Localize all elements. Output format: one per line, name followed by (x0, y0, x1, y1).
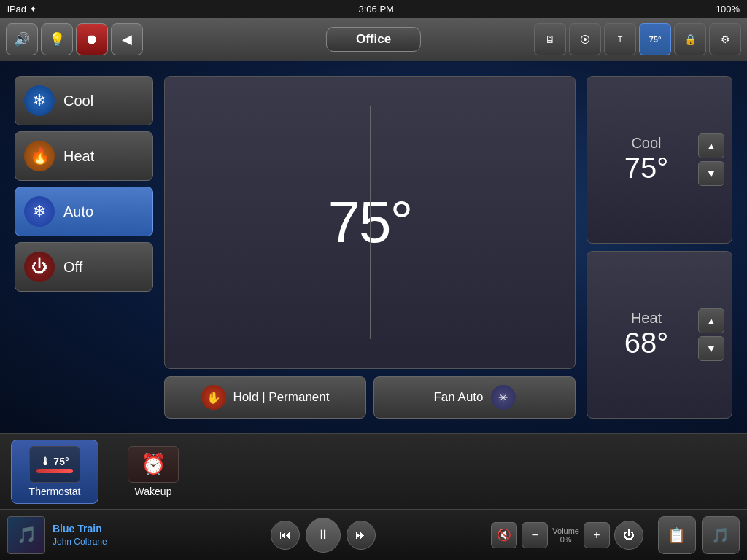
fan-icon: ✳ (491, 385, 516, 410)
heat-setpoint-label: Heat (631, 310, 662, 327)
status-left: iPad ✦ (7, 4, 37, 15)
off-label: Off (63, 259, 82, 276)
heat-label: Heat (63, 148, 94, 165)
cool-down-button[interactable]: ▼ (698, 161, 724, 186)
heat-setpoint-value: 68° (624, 327, 669, 359)
wakeup-thumbnail: ⏰ (128, 446, 179, 483)
volume-label: Volume (552, 526, 579, 535)
status-time: 3:06 PM (358, 4, 393, 15)
next-button[interactable]: ⏭ (347, 521, 376, 550)
hold-icon: ✋ (201, 385, 226, 410)
fan-button[interactable]: Fan Auto ✳ (374, 376, 576, 419)
wakeup-device-label: Wakeup (135, 486, 172, 497)
heat-icon: 🔥 (24, 141, 55, 171)
volume-up-button[interactable]: + (584, 522, 610, 548)
cool-label: Cool (63, 93, 93, 109)
off-icon: ⏻ (24, 252, 55, 282)
set-points: Cool 75° ▲ ▼ Heat 68° ▲ ▼ (587, 76, 732, 419)
cool-up-button[interactable]: ▲ (698, 133, 724, 158)
wakeup-device-item[interactable]: ⏰ Wakeup (109, 440, 197, 504)
auto-icon: ❄ (24, 196, 55, 227)
off-mode-button[interactable]: ⏻ Off (15, 242, 153, 292)
thumb-temp: 🌡 75° (40, 456, 69, 467)
nav-monitor-button[interactable]: 🖥 (534, 23, 566, 55)
thermostat-device-item[interactable]: 🌡 75° Thermostat (11, 440, 98, 504)
record-button[interactable]: ⏺ (76, 23, 108, 55)
ipad-label: iPad ✦ (7, 4, 37, 15)
temperature-display: 75° (164, 76, 576, 369)
auto-label: Auto (63, 203, 93, 220)
media-right-buttons: 📋 🎵 (658, 516, 740, 554)
cool-setpoint-label: Cool (631, 135, 661, 152)
thermostat-device-label: Thermostat (29, 486, 81, 497)
track-info: Blue Train John Coltrane (53, 523, 155, 547)
sound-button[interactable]: 🔊 (6, 23, 38, 55)
cool-mode-button[interactable]: ❄ Cool (15, 76, 153, 125)
hold-label: Hold | Permanent (233, 390, 330, 405)
page-title: Office (326, 27, 421, 52)
nav-right-buttons: 🖥 ⦿ T 75° 🔒 ⚙ (534, 23, 741, 55)
auto-mode-button[interactable]: ❄ Auto (15, 187, 153, 236)
prev-button[interactable]: ⏮ (271, 521, 300, 550)
top-nav: 🔊 💡 ⏺ ◀ Office 🖥 ⦿ T 75° 🔒 ⚙ (0, 18, 747, 61)
thumb-bar (36, 469, 73, 473)
back-button[interactable]: ◀ (111, 23, 143, 55)
volume-display: Volume 0% (552, 526, 579, 544)
volume-section: 🔇 − Volume 0% + ⏻ (491, 521, 643, 550)
cool-setpoint-info: Cool 75° (595, 135, 698, 184)
heat-setpoint-info: Heat 68° (595, 310, 698, 359)
cool-icon: ❄ (24, 85, 55, 116)
center-display: 75° ✋ Hold | Permanent Fan Auto ✳ (164, 76, 576, 419)
nav-temp-button[interactable]: 75° (639, 23, 671, 55)
fan-label: Fan Auto (433, 390, 483, 405)
music-button[interactable]: 🎵 (702, 516, 740, 554)
cool-setpoint-value: 75° (624, 152, 669, 184)
heat-setpoint-controls: ▲ ▼ (698, 308, 724, 361)
power-button[interactable]: ⏻ (614, 521, 643, 550)
mode-buttons: ❄ Cool 🔥 Heat ❄ Auto ⏻ Off (15, 76, 153, 419)
track-artist: John Coltrane (53, 537, 155, 547)
device-tray: 🌡 75° Thermostat ⏰ Wakeup (0, 433, 747, 509)
heat-setpoint-panel: Heat 68° ▲ ▼ (587, 251, 732, 419)
bulb-button[interactable]: 💡 (41, 23, 73, 55)
status-right: 100% (716, 4, 740, 15)
volume-down-button[interactable]: − (522, 522, 548, 548)
temp-divider (370, 106, 371, 339)
hold-button[interactable]: ✋ Hold | Permanent (164, 376, 366, 419)
nav-therm-button[interactable]: T (604, 23, 636, 55)
battery-label: 100% (716, 4, 740, 15)
thermostat-thumbnail: 🌡 75° (29, 446, 80, 483)
media-bar: 🎵 Blue Train John Coltrane ⏮ ⏸ ⏭ 🔇 − Vol… (0, 509, 747, 560)
playlist-button[interactable]: 📋 (658, 516, 696, 554)
nav-lock-button[interactable]: 🔒 (674, 23, 706, 55)
heat-mode-button[interactable]: 🔥 Heat (15, 131, 153, 181)
nav-camera-button[interactable]: ⦿ (569, 23, 601, 55)
mute-button[interactable]: 🔇 (491, 522, 517, 548)
heat-down-button[interactable]: ▼ (698, 336, 724, 361)
cool-setpoint-controls: ▲ ▼ (698, 133, 724, 186)
action-buttons: ✋ Hold | Permanent Fan Auto ✳ (164, 376, 576, 419)
cool-setpoint-panel: Cool 75° ▲ ▼ (587, 76, 732, 244)
pause-button[interactable]: ⏸ (306, 518, 341, 553)
track-title: Blue Train (53, 523, 155, 534)
volume-value: 0% (560, 535, 572, 544)
album-art: 🎵 (7, 516, 45, 554)
main-content: ❄ Cool 🔥 Heat ❄ Auto ⏻ Off 75° ✋ Hold | … (0, 61, 747, 433)
media-controls: ⏮ ⏸ ⏭ (271, 518, 376, 553)
heat-up-button[interactable]: ▲ (698, 308, 724, 333)
status-bar: iPad ✦ 3:06 PM 100% (0, 0, 747, 18)
nav-gear-button[interactable]: ⚙ (709, 23, 741, 55)
